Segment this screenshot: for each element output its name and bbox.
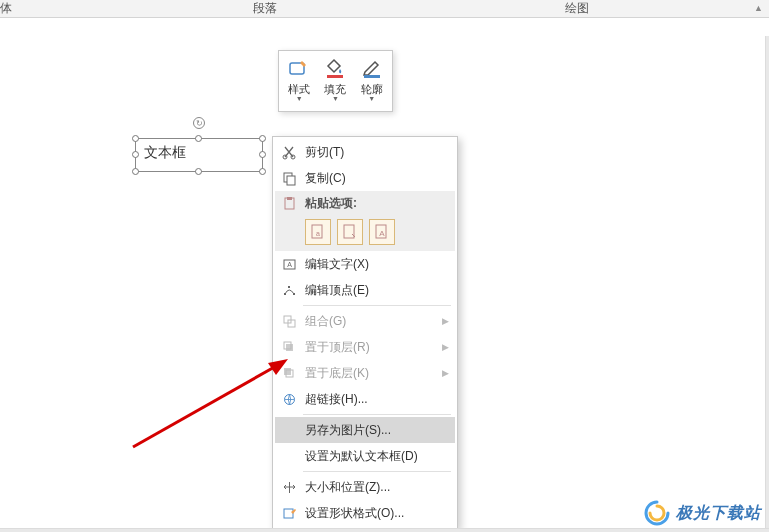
- send-back-icon: [279, 363, 299, 383]
- menu-cut[interactable]: 剪切(T): [275, 139, 455, 165]
- rotate-handle-icon[interactable]: ↻: [193, 117, 205, 129]
- resize-handle[interactable]: [132, 135, 139, 142]
- resize-handle[interactable]: [132, 168, 139, 175]
- fill-icon: [322, 55, 348, 81]
- menu-save-as-picture-label: 另存为图片(S)...: [305, 422, 449, 439]
- scrollbar-vertical[interactable]: [765, 36, 769, 532]
- edit-text-icon: A: [279, 254, 299, 274]
- svg-rect-2: [364, 75, 380, 78]
- menu-size-position[interactable]: 大小和位置(Z)...: [275, 474, 455, 500]
- menu-group: 组合(G) ▶: [275, 308, 455, 334]
- resize-handle[interactable]: [259, 151, 266, 158]
- svg-text:A: A: [287, 261, 292, 268]
- menu-set-default-textbox-label: 设置为默认文本框(D): [305, 448, 449, 465]
- submenu-arrow-icon: ▶: [442, 368, 449, 378]
- chevron-down-icon: ▼: [368, 95, 375, 102]
- menu-size-position-label: 大小和位置(Z)...: [305, 479, 449, 496]
- menu-paste-options: 粘贴选项: a A: [275, 191, 455, 251]
- menu-send-back: 置于底层(K) ▶: [275, 360, 455, 386]
- ribbon-group-paragraph: 段落: [253, 0, 277, 17]
- menu-edit-text-label: 编辑文字(X): [305, 256, 449, 273]
- svg-text:a: a: [316, 230, 320, 237]
- ribbon-group-drawing: 绘图: [565, 0, 589, 17]
- resize-handle[interactable]: [259, 168, 266, 175]
- menu-copy-label: 复制(C): [305, 170, 449, 187]
- paste-option-2[interactable]: [337, 219, 363, 245]
- menu-edit-points[interactable]: 编辑顶点(E): [275, 277, 455, 303]
- menu-bring-front: 置于顶层(R) ▶: [275, 334, 455, 360]
- svg-rect-17: [288, 286, 290, 288]
- svg-rect-11: [344, 225, 354, 238]
- ribbon-expand-icon[interactable]: ▲: [754, 3, 763, 13]
- menu-send-back-label: 置于底层(K): [305, 365, 442, 382]
- submenu-arrow-icon: ▶: [442, 316, 449, 326]
- menu-paste-label: 粘贴选项:: [305, 195, 357, 212]
- svg-line-27: [133, 365, 278, 447]
- size-position-icon: [279, 477, 299, 497]
- chevron-down-icon: ▼: [296, 95, 303, 102]
- watermark-logo-icon: [644, 500, 670, 526]
- outline-icon: [359, 55, 385, 81]
- menu-format-shape[interactable]: 设置形状格式(O)...: [275, 500, 455, 526]
- resize-handle[interactable]: [195, 135, 202, 142]
- menu-group-label: 组合(G): [305, 313, 442, 330]
- edit-points-icon: [279, 280, 299, 300]
- menu-hyperlink[interactable]: 超链接(H)...: [275, 386, 455, 412]
- hyperlink-icon: [279, 389, 299, 409]
- textbox-shape[interactable]: ↻ 文本框: [135, 138, 263, 172]
- resize-handle[interactable]: [132, 151, 139, 158]
- menu-hyperlink-label: 超链接(H)...: [305, 391, 449, 408]
- svg-rect-1: [327, 75, 343, 78]
- menu-bring-front-label: 置于顶层(R): [305, 339, 442, 356]
- menu-set-default-textbox[interactable]: 设置为默认文本框(D): [275, 443, 455, 469]
- paste-option-1[interactable]: a: [305, 219, 331, 245]
- style-icon: [286, 55, 312, 81]
- mini-fill-button[interactable]: 填充 ▼: [318, 55, 352, 109]
- copy-icon: [279, 168, 299, 188]
- chevron-down-icon: ▼: [332, 95, 339, 102]
- blank-icon: [279, 420, 299, 440]
- svg-rect-26: [284, 509, 293, 518]
- bring-front-icon: [279, 337, 299, 357]
- context-menu: 剪切(T) 复制(C) 粘贴选项: a A A 编辑文字(X) 编辑顶点(E): [272, 136, 458, 529]
- svg-text:A: A: [379, 229, 385, 238]
- mini-outline-button[interactable]: 轮廓 ▼: [355, 55, 389, 109]
- ribbon-group-font: 体: [0, 0, 12, 17]
- submenu-arrow-icon: ▶: [442, 342, 449, 352]
- menu-edit-text[interactable]: A 编辑文字(X): [275, 251, 455, 277]
- menu-copy[interactable]: 复制(C): [275, 165, 455, 191]
- menu-format-shape-label: 设置形状格式(O)...: [305, 505, 449, 522]
- svg-rect-16: [284, 293, 286, 295]
- blank-icon: [279, 446, 299, 466]
- svg-rect-21: [286, 344, 293, 351]
- svg-rect-23: [284, 368, 291, 375]
- format-shape-icon: [279, 503, 299, 523]
- watermark-text: 极光下载站: [676, 503, 761, 524]
- mini-toolbar: 样式 ▼ 填充 ▼ 轮廓 ▼: [278, 50, 393, 112]
- svg-rect-18: [293, 293, 295, 295]
- mini-style-button[interactable]: 样式 ▼: [282, 55, 316, 109]
- menu-edit-points-label: 编辑顶点(E): [305, 282, 449, 299]
- scrollbar-horizontal[interactable]: [0, 528, 769, 532]
- group-icon: [279, 311, 299, 331]
- menu-separator: [303, 305, 451, 306]
- paste-icon: [279, 193, 299, 213]
- menu-separator: [303, 414, 451, 415]
- textbox-text: 文本框: [136, 139, 262, 167]
- svg-rect-8: [287, 197, 292, 200]
- menu-save-as-picture[interactable]: 另存为图片(S)...: [275, 417, 455, 443]
- svg-rect-6: [287, 176, 295, 185]
- paste-option-3[interactable]: A: [369, 219, 395, 245]
- menu-cut-label: 剪切(T): [305, 144, 449, 161]
- cut-icon: [279, 142, 299, 162]
- resize-handle[interactable]: [195, 168, 202, 175]
- menu-separator: [303, 471, 451, 472]
- resize-handle[interactable]: [259, 135, 266, 142]
- annotation-arrow-icon: [128, 355, 293, 453]
- watermark: 极光下载站: [644, 500, 761, 526]
